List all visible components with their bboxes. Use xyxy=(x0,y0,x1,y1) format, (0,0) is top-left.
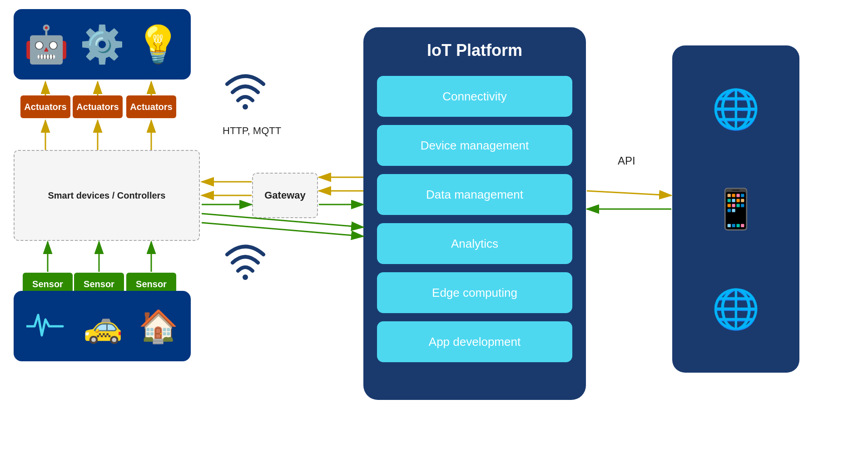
smart-devices-label: Smart devices / Controllers xyxy=(48,190,166,201)
platform-device-management: Device management xyxy=(377,125,572,166)
bulb-icon: 💡 xyxy=(135,23,181,66)
phone-wrap: 📱 xyxy=(706,180,765,239)
platform-item-label-1: Device management xyxy=(421,139,529,153)
left-devices-box: 🤖 ⚙️ 💡 xyxy=(14,9,191,80)
gears-icon: ⚙️ xyxy=(79,23,125,66)
globe-icon-top-wrap: 🌐 xyxy=(706,80,765,139)
actuator-label-3: Actuators xyxy=(130,102,172,112)
actuator-box-3: Actuators xyxy=(126,95,176,118)
platform-connectivity: Connectivity xyxy=(377,76,572,117)
platform-item-label-0: Connectivity xyxy=(442,90,507,104)
globe-icon-bottom: 🌐 xyxy=(712,286,760,332)
svg-line-23 xyxy=(587,191,671,195)
gateway-label: Gateway xyxy=(264,190,306,201)
platform-analytics: Analytics xyxy=(377,223,572,264)
actuator-box-1: Actuators xyxy=(20,95,70,118)
smart-devices-box: Smart devices / Controllers xyxy=(14,150,200,241)
actuator-label-2: Actuators xyxy=(76,102,119,112)
wifi-icon-top xyxy=(223,70,268,120)
gateway-box: Gateway xyxy=(252,173,318,218)
heartbeat-icon xyxy=(26,310,67,342)
svg-point-1 xyxy=(243,274,248,280)
svg-line-13 xyxy=(202,223,363,236)
globe-icon-bottom-wrap: 🌐 xyxy=(706,279,765,339)
platform-item-label-3: Analytics xyxy=(451,237,498,251)
diagram-container: 🤖 ⚙️ 💡 Actuators Actuators Actuators Sma… xyxy=(0,0,868,464)
globe-icon-top: 🌐 xyxy=(712,86,760,132)
actuator-label-1: Actuators xyxy=(24,102,66,112)
platform-item-label-2: Data management xyxy=(426,188,523,202)
sensor-label-3: Sensor xyxy=(136,279,167,289)
robot-icon: 🤖 xyxy=(24,23,69,66)
iot-platform-title: IoT Platform xyxy=(427,41,522,60)
bottom-icons-box: 🚕 🏠 xyxy=(14,291,191,361)
platform-app-development: App development xyxy=(377,321,572,362)
platform-item-label-4: Edge computing xyxy=(432,286,517,300)
wifi-icon-bottom xyxy=(223,241,268,290)
svg-point-0 xyxy=(243,104,248,110)
platform-item-label-5: App development xyxy=(429,335,521,349)
house-icon: 🏠 xyxy=(139,308,178,345)
right-icons-box: 🌐 📱 🌐 xyxy=(672,45,799,373)
iot-platform-box: IoT Platform Connectivity Device managem… xyxy=(363,27,586,400)
platform-data-management: Data management xyxy=(377,174,572,215)
sensor-label-1: Sensor xyxy=(32,279,63,289)
api-label: API xyxy=(618,155,635,167)
actuator-box-2: Actuators xyxy=(73,95,123,118)
sensor-label-2: Sensor xyxy=(84,279,114,289)
phone-icon: 📱 xyxy=(712,186,760,232)
car-icon: 🚕 xyxy=(83,308,123,345)
platform-edge-computing: Edge computing xyxy=(377,272,572,313)
http-mqtt-label: HTTP, MQTT xyxy=(223,125,281,137)
